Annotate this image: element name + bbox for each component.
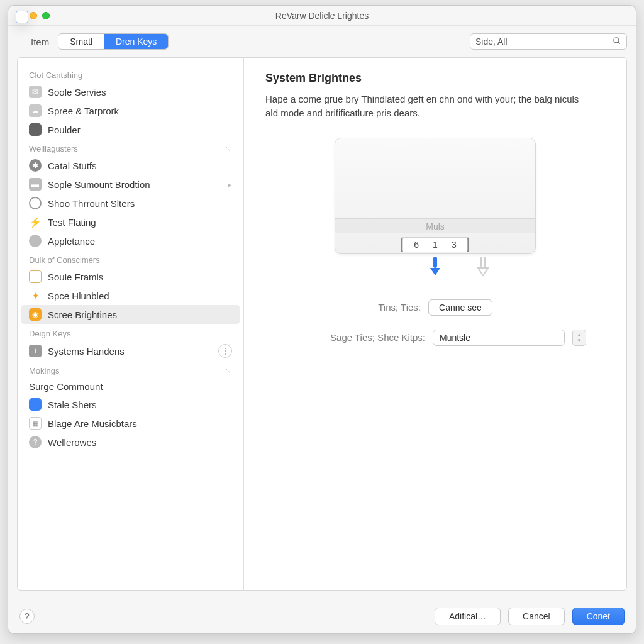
sun-icon (29, 159, 42, 172)
mail-icon (29, 86, 42, 98)
brightness-icon (29, 308, 42, 321)
seg-dren-keys[interactable]: Dren Keys (104, 34, 168, 49)
content: Clot Cantshing Soole Servies Spree & Tar… (17, 57, 627, 591)
tins-label: Tins; Ties: (378, 302, 421, 313)
view-segmented: Smatl Dren Keys (58, 33, 169, 50)
collapse-icon[interactable]: ⟍ (224, 144, 232, 153)
search-icon (613, 36, 621, 47)
main-panel: System Brightnes Hape a come grue bry Th… (244, 58, 626, 590)
grid-icon (29, 417, 42, 430)
key-6: 6 (414, 240, 419, 250)
group-header-mokings: Mokings ⟍ (18, 361, 243, 378)
stepper[interactable]: ▲▼ (572, 330, 586, 346)
svg-line-1 (618, 42, 620, 43)
search-field[interactable]: Side, All (470, 33, 627, 50)
arrow-down-inactive-icon (477, 257, 489, 278)
dot-icon (29, 235, 42, 247)
canne-see-button[interactable]: Canne see (428, 299, 492, 316)
svg-rect-2 (433, 257, 437, 268)
info-icon (29, 345, 42, 357)
sidebar-item-scree-brightines[interactable]: Scree Brightines (21, 305, 240, 324)
seg-smatl[interactable]: Smatl (58, 34, 104, 49)
device-preview: Muls 6 1 3 (335, 138, 536, 254)
sidebar-item-blage[interactable]: Blage Are Musicbtars (18, 414, 243, 433)
sidebar-item-spce[interactable]: Spce Hlunbled (18, 286, 243, 305)
key-3: 3 (452, 240, 457, 250)
muntsle-combo[interactable]: Muntsle (433, 330, 565, 346)
collapse-icon[interactable]: ⟍ (224, 366, 232, 375)
sidebar-item-wellerowes[interactable]: Wellerowes (18, 433, 243, 452)
ring-icon (29, 197, 42, 209)
bolt-icon (29, 216, 42, 228)
preview-keys: 6 1 3 (401, 237, 469, 252)
sidebar-item-soule[interactable]: Soule Framls (18, 267, 243, 286)
play-icon: ▸ (228, 180, 232, 189)
sidebar-item-soole[interactable]: Soole Servies (18, 82, 243, 101)
conet-button[interactable]: Conet (572, 608, 625, 625)
adifical-button[interactable]: Adifical… (435, 608, 501, 625)
group-header-clot: Clot Cantshing (18, 65, 243, 82)
sidebar-item-surge[interactable]: Surge Commount (18, 378, 243, 395)
star-icon (29, 289, 42, 302)
sidebar-item-poulder[interactable]: Poulder (18, 120, 243, 139)
arrow-down-active-icon (429, 257, 441, 278)
group-header-dulk: Dulk of Conscimers (18, 250, 243, 267)
sidebar-item-test[interactable]: Test Flating (18, 213, 243, 231)
footer: ? Adifical… Cancel Conet (8, 599, 636, 633)
sidebar: Clot Cantshing Soole Servies Spree & Tar… (18, 58, 244, 590)
more-icon[interactable]: ⋮ (218, 344, 232, 358)
sidebar-item-catal[interactable]: Catal Stutfs (18, 156, 243, 175)
svg-rect-3 (481, 257, 485, 268)
row-tins: Tins; Ties: Canne see (265, 299, 605, 316)
window-title: ReVarw Delicle Lrightes (8, 11, 636, 21)
sage-label: Sage Ties; Shce Kitps: (330, 332, 425, 343)
group-header-deign: Deign Keys (18, 324, 243, 341)
cancel-button[interactable]: Cancel (508, 608, 565, 625)
toolbar: Item Smatl Dren Keys Side, All (8, 26, 636, 57)
preview-bar-label: Muls (335, 218, 535, 233)
calendar-icon (29, 270, 42, 283)
sidebar-item-appletance[interactable]: Appletance (18, 231, 243, 250)
question-icon (29, 436, 42, 448)
svg-point-0 (614, 37, 619, 42)
box-icon (29, 123, 42, 136)
sidebar-item-systems[interactable]: Systems Handens ⋮ (18, 341, 243, 361)
row-sage: Sage Ties; Shce Kitps: Muntsle ▲▼ (265, 330, 605, 346)
help-button[interactable]: ? (19, 609, 35, 624)
panel-heading: System Brightnes (265, 72, 605, 85)
arrow-indicators (381, 257, 489, 278)
cloud-icon (29, 104, 42, 117)
group-header-weill: Weillagusters ⟍ (18, 139, 243, 156)
window: ReVarw Delicle Lrightes Item Smatl Dren … (8, 5, 636, 634)
app-icon (29, 398, 42, 411)
sidebar-item-shoo[interactable]: Shoo Thrrount Slters (18, 194, 243, 213)
titlebar: ReVarw Delicle Lrightes (8, 6, 636, 26)
search-value: Side, All (475, 36, 613, 47)
key-1: 1 (433, 240, 438, 250)
sidebar-item-sople[interactable]: Sople Sumount Brodtion ▸ (18, 175, 243, 194)
sidebar-item-stale[interactable]: Stale Shers (18, 395, 243, 414)
sidebar-item-spree[interactable]: Spree & Tarprork (18, 101, 243, 120)
disk-icon (29, 178, 42, 191)
toolbar-item-label: Item (31, 36, 49, 47)
panel-description: Hape a come grue bry Thindlated geft en … (265, 92, 592, 120)
